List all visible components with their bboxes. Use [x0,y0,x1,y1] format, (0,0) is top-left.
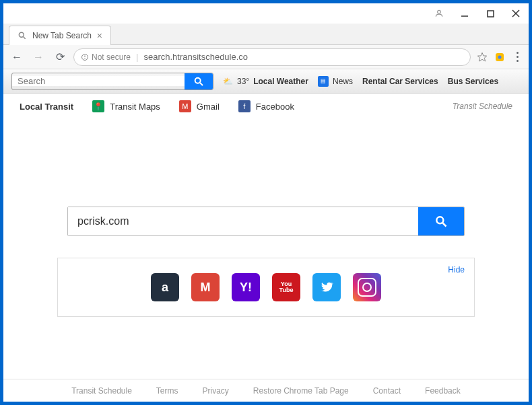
svg-point-12 [498,55,502,59]
footer-link[interactable]: Privacy [203,386,229,396]
reload-button[interactable]: ⟳ [52,49,68,65]
security-indicator: Not secure [81,52,131,62]
svg-line-14 [200,83,203,85]
quick-tiles: Hide a M Y! YouTube [57,258,475,317]
maximize-button[interactable] [486,9,495,18]
gmail-icon: M [179,100,191,112]
minimize-button[interactable] [460,9,469,18]
search-icon [18,31,27,40]
hide-link[interactable]: Hide [448,265,465,274]
footer-link[interactable]: Transit Schedule [71,386,132,396]
back-button[interactable]: ← [9,49,25,65]
quick-links-bar: Local Transit 📍 Transit Maps M Gmail f F… [3,94,529,119]
svg-marker-10 [477,52,486,61]
tab-strip: New Tab Search × [3,24,529,45]
page-content: ⛅ 33° Local Weather ▤ News Rental Car Se… [3,69,529,402]
user-icon[interactable] [434,9,444,18]
svg-rect-2 [488,11,494,17]
footer: Transit Schedule Terms Privacy Restore C… [3,379,529,402]
svg-point-9 [85,58,86,59]
transit-maps-link[interactable]: 📍 Transit Maps [92,100,160,112]
tab-close-button[interactable]: × [97,30,102,41]
titlebar [3,3,529,24]
toolbar-search-button[interactable] [185,73,213,89]
instagram-tile[interactable] [353,273,381,301]
svg-point-15 [436,217,443,223]
main-search [67,207,465,236]
star-icon[interactable] [476,51,488,63]
svg-point-0 [438,10,441,13]
svg-line-6 [24,37,26,39]
rental-link[interactable]: Rental Car Services [362,77,438,86]
amazon-tile[interactable]: a [151,273,179,301]
menu-button[interactable] [511,52,523,62]
extension-toolbar: ⛅ 33° Local Weather ▤ News Rental Car Se… [3,69,529,94]
facebook-icon: f [238,100,251,112]
weather-link[interactable]: ⛅ 33° Local Weather [223,77,308,86]
footer-link[interactable]: Terms [156,386,178,396]
footer-link[interactable]: Restore Chrome Tab Page [253,386,349,396]
url-bar[interactable]: Not secure | search.htransitschedule.co [73,48,471,66]
twitter-tile[interactable] [312,273,341,301]
main-search-button[interactable] [418,207,464,235]
bus-link[interactable]: Bus Services [448,77,498,86]
url-text: search.htransitschedule.co [143,52,248,62]
not-secure-label: Not secure [92,52,131,62]
tab-title: New Tab Search [32,31,92,40]
toolbar-search-input[interactable] [12,76,185,86]
gmail-link[interactable]: M Gmail [179,100,220,112]
yahoo-tile[interactable]: Y! [232,273,260,301]
footer-link[interactable]: Contact [373,386,401,396]
gmail-tile[interactable]: M [191,273,220,301]
browser-toolbar: ← → ⟳ Not secure | search.htransitschedu… [3,45,529,69]
forward-button[interactable]: → [30,49,46,65]
footer-link[interactable]: Feedback [425,386,461,396]
svg-line-16 [443,223,446,227]
main-search-input[interactable] [68,207,418,235]
weather-icon: ⛅ [223,77,233,86]
brand-label: Transit Schedule [453,102,512,111]
youtube-tile[interactable]: YouTube [272,273,300,301]
news-icon: ▤ [318,76,329,87]
main-area: Hide a M Y! YouTube [3,119,529,379]
svg-point-5 [19,32,24,37]
local-transit-link[interactable]: Local Transit [20,102,73,112]
toolbar-search [11,73,213,90]
news-link[interactable]: ▤ News [318,76,353,87]
browser-tab[interactable]: New Tab Search × [9,26,111,45]
close-button[interactable] [511,9,521,18]
extension-icon[interactable] [494,51,506,63]
facebook-link[interactable]: f Facebook [238,100,294,112]
svg-point-13 [195,77,201,83]
pin-icon: 📍 [92,100,104,112]
